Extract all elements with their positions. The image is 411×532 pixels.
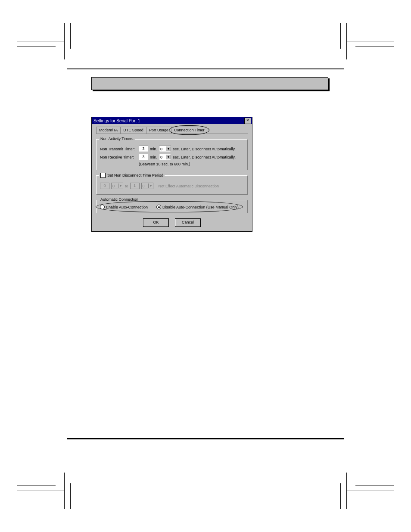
tab-connection-timer[interactable]: Connection Timer	[171, 127, 208, 134]
non-disconnect-note: Not Effect Automatic Disconnection	[159, 184, 219, 188]
to-label: to	[125, 184, 128, 188]
select-value: 0	[112, 184, 115, 188]
crop-mark	[17, 47, 56, 47]
group-automatic-connection: Automatic Connection Enable Auto-Connect…	[96, 200, 248, 213]
button-label: Cancel	[182, 220, 194, 224]
disable-auto-radio[interactable]	[156, 205, 161, 209]
crop-mark	[17, 491, 64, 491]
unit-min-label: min.	[150, 147, 157, 151]
crop-mark	[347, 41, 394, 41]
from-hour-input[interactable]: 0	[100, 183, 109, 189]
tab-label: Modem/TA	[99, 128, 118, 132]
crop-mark	[346, 23, 347, 59]
button-label: OK	[153, 220, 159, 224]
footer-rule	[67, 437, 344, 439]
set-non-disconnect-checkbox[interactable]	[100, 173, 106, 178]
tab-dte-speed[interactable]: DTE Speed	[120, 127, 146, 134]
crop-mark	[64, 23, 65, 59]
cancel-button[interactable]: Cancel	[175, 218, 201, 227]
non-transmit-label: Non Transmit Timer:	[100, 147, 137, 151]
tab-modem[interactable]: Modem/TA	[96, 127, 121, 134]
crop-mark	[64, 473, 65, 509]
crop-mark	[17, 41, 64, 41]
close-button[interactable]: ×	[244, 118, 251, 124]
to-hour-input[interactable]: 1	[130, 183, 140, 189]
disable-auto-label: Disable Auto-Connection (Use Manual Only…	[162, 205, 239, 209]
tab-port-usage[interactable]: Port Usage	[146, 127, 171, 134]
unit-min-label: min.	[150, 155, 157, 159]
crop-mark	[346, 473, 347, 509]
crop-mark	[340, 483, 341, 509]
non-receive-min-input[interactable]: 3	[139, 154, 148, 160]
select-value: 0	[160, 147, 162, 151]
enable-auto-radio[interactable]	[100, 205, 105, 209]
settings-dialog: Settings for Serial Port 1 × Modem/TA DT…	[91, 117, 252, 232]
close-icon: ×	[246, 118, 249, 122]
row-non-receive: Non Receive Timer: 3 min. 0 ▾ sec. Later…	[100, 154, 244, 160]
non-disconnect-checkbox-label: Set Non Disconnect Time Period	[107, 173, 163, 177]
row-auto-connection-radios: Enable Auto-Connection Disable Auto-Conn…	[100, 205, 244, 209]
crop-mark	[347, 491, 394, 491]
header-rule	[67, 68, 344, 69]
group-legend-checkbox: Set Non Disconnect Time Period	[99, 173, 165, 178]
dialog-titlebar: Settings for Serial Port 1 ×	[92, 117, 252, 124]
group-legend: Automatic Connection	[99, 197, 140, 202]
chevron-down-icon: ▾	[118, 184, 123, 188]
chevron-down-icon: ▾	[148, 184, 153, 188]
non-transmit-sec-select[interactable]: 0 ▾	[159, 146, 171, 152]
radio-dot-icon	[158, 206, 160, 208]
after-text: sec. Later, Disconnect Automatically.	[173, 147, 236, 151]
tab-label: Connection Timer	[174, 128, 205, 132]
page: Settings for Serial Port 1 × Modem/TA DT…	[67, 67, 344, 437]
crop-mark	[340, 23, 341, 49]
row-non-transmit: Non Transmit Timer: 3 min. 0 ▾ sec. Late…	[100, 146, 244, 152]
dialog-button-row: OK Cancel	[96, 218, 248, 227]
row-non-disconnect-period: 0 0 ▾ to 1 0 ▾ Not Effect Automatic Disc…	[100, 183, 244, 189]
tab-strip: Modem/TA DTE Speed Port Usage Connection…	[96, 127, 248, 134]
non-receive-sec-select[interactable]: 0 ▾	[159, 154, 171, 160]
non-receive-label: Non Receive Timer:	[100, 155, 137, 159]
chevron-down-icon: ▾	[166, 155, 171, 159]
group-non-activity-timers: Non Activity Timers Non Transmit Timer: …	[96, 139, 248, 170]
tab-label: Port Usage	[149, 128, 168, 132]
group-legend: Non Activity Timers	[99, 137, 135, 141]
chevron-down-icon: ▾	[166, 146, 171, 151]
crop-mark	[70, 23, 71, 49]
crop-mark	[355, 485, 394, 485]
tab-label: DTE Speed	[123, 128, 143, 132]
crop-mark	[70, 483, 71, 509]
ok-button[interactable]: OK	[143, 218, 169, 227]
from-min-select[interactable]: 0 ▾	[111, 183, 123, 189]
select-value: 0	[143, 184, 145, 188]
crop-mark	[355, 47, 394, 47]
non-transmit-min-input[interactable]: 3	[139, 146, 148, 152]
to-min-select[interactable]: 0 ▾	[141, 183, 153, 189]
dialog-body: Modem/TA DTE Speed Port Usage Connection…	[92, 124, 252, 231]
after-text: sec. Later, Disconnect Automatically.	[173, 155, 236, 159]
dialog-title: Settings for Serial Port 1	[93, 118, 140, 123]
select-value: 0	[160, 155, 162, 159]
range-hint: (Between 10 sec. to 600 min.)	[139, 162, 244, 166]
section-heading-bar	[91, 77, 328, 90]
crop-mark	[17, 485, 56, 485]
group-non-disconnect-period: Set Non Disconnect Time Period 0 0 ▾ to …	[96, 175, 248, 195]
enable-auto-label: Enable Auto-Connection	[106, 205, 148, 209]
